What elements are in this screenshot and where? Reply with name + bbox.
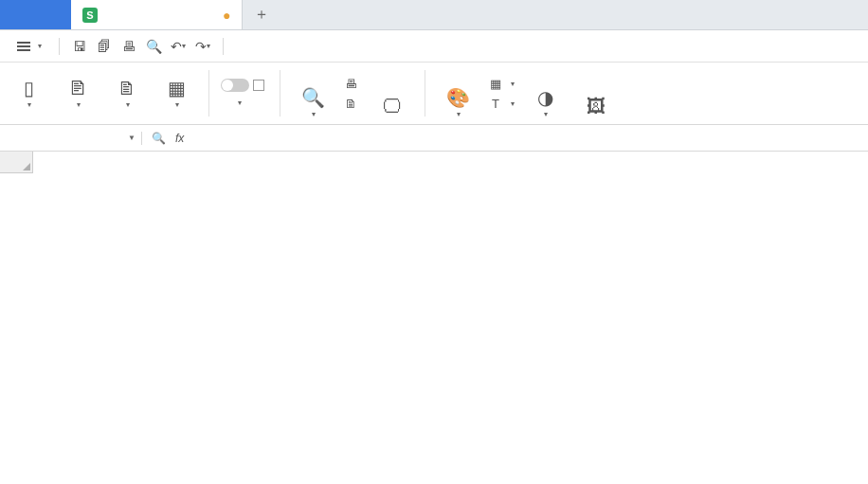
ribbon-group-theme: ▦▾ T▾ xyxy=(488,66,515,120)
orientation-button[interactable]: 🖹▾ xyxy=(57,77,99,111)
print-preview-icon[interactable]: 🔍 xyxy=(143,36,164,57)
separator xyxy=(59,38,60,55)
formula-input[interactable] xyxy=(193,131,859,145)
unsaved-dot-icon: ● xyxy=(223,8,230,23)
chevron-down-icon[interactable]: ▼ xyxy=(128,134,136,142)
ribbon-group-page: ▯▾ 🖹▾ 🗎▾ ▦▾ xyxy=(8,66,197,120)
separator xyxy=(425,70,425,117)
ribbon-group-breaks: ▾ xyxy=(221,66,268,120)
tab-home[interactable] xyxy=(0,0,71,29)
save-as-icon[interactable]: 🗐 xyxy=(94,36,115,57)
background-button[interactable]: 🖼 xyxy=(575,66,617,120)
fx-icon[interactable]: fx xyxy=(175,132,184,145)
name-box-input[interactable] xyxy=(28,132,114,145)
print-header-footer-button[interactable]: 🗎 xyxy=(343,97,362,111)
formula-bar: ▼ 🔍 fx xyxy=(0,125,868,152)
cancel-icon[interactable]: 🔍 xyxy=(152,132,166,145)
show-breaks-checkbox[interactable] xyxy=(253,80,264,91)
tab-add-button[interactable]: ＋ xyxy=(243,0,280,29)
redo-icon[interactable]: ↷▾ xyxy=(192,36,213,57)
print-scale-button[interactable]: 🔍▾ xyxy=(292,66,334,120)
save-icon[interactable]: 🖫 xyxy=(69,36,90,57)
print-icon[interactable]: 🖶 xyxy=(118,36,139,57)
title-tab-bar: S ● ＋ xyxy=(0,0,868,30)
separator xyxy=(223,38,224,55)
sheet-app-icon: S xyxy=(82,8,98,23)
page-preview-button[interactable]: ▾ xyxy=(221,98,268,109)
worksheet xyxy=(0,152,868,484)
theme-button[interactable]: 🎨▾ xyxy=(437,66,479,120)
paper-size-button[interactable]: 🗎▾ xyxy=(106,77,148,111)
menu-bar: ▾ 🖫 🗐 🖶 🔍 ↶▾ ↷▾ xyxy=(0,30,868,63)
ribbon: ▯▾ 🖹▾ 🗎▾ ▦▾ ▾ 🔍▾ 🖶 🗎 🖵 🎨▾ ▦▾ T▾ ◑▾ 🖼 xyxy=(0,63,868,125)
file-menu[interactable]: ▾ xyxy=(9,40,49,53)
name-box[interactable]: ▼ xyxy=(0,132,142,145)
separator xyxy=(280,70,280,117)
tab-document[interactable]: S ● xyxy=(71,0,243,29)
ribbon-group-print: 🖶 🗎 xyxy=(343,66,362,120)
chevron-down-icon: ▾ xyxy=(38,42,42,50)
margins-button[interactable]: ▯▾ xyxy=(8,77,49,111)
theme-font-button[interactable]: T▾ xyxy=(488,97,515,111)
undo-icon[interactable]: ↶▾ xyxy=(168,36,189,57)
print-preview-button[interactable]: 🖵 xyxy=(371,66,413,120)
page-break-toggle[interactable] xyxy=(221,79,249,92)
print-area-button[interactable]: ▦▾ xyxy=(155,77,197,111)
select-all-corner[interactable] xyxy=(0,152,33,173)
separator xyxy=(208,70,209,117)
theme-color-button[interactable]: ▦▾ xyxy=(488,77,515,91)
hamburger-icon xyxy=(17,40,30,53)
print-titles-button[interactable]: 🖶 xyxy=(343,77,362,91)
toggle-row xyxy=(221,79,268,92)
effects-button[interactable]: ◑▾ xyxy=(524,66,566,120)
